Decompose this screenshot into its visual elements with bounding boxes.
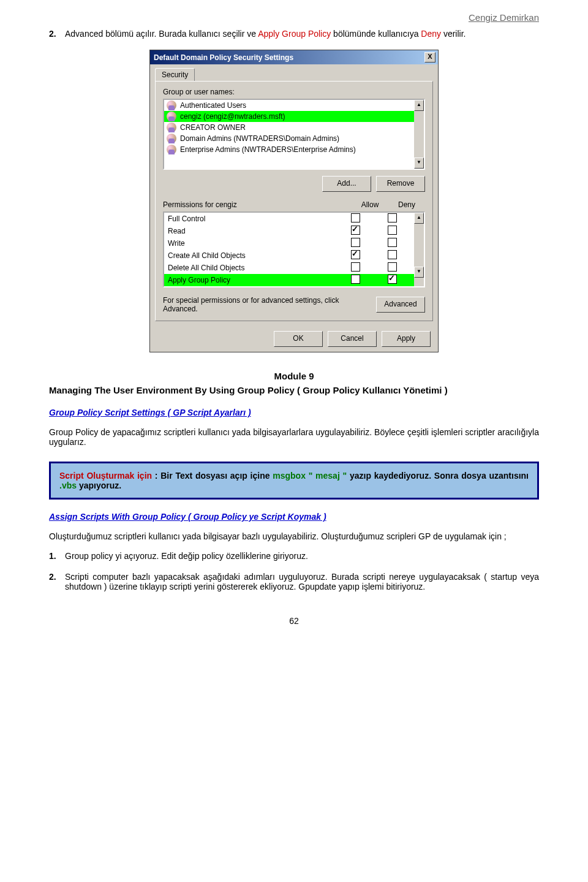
checkbox-allow[interactable]	[351, 250, 360, 259]
ok-button[interactable]: OK	[274, 331, 323, 347]
permissions-list: Full Control Read Write Create All Child…	[163, 211, 425, 287]
module-number: Module 9	[49, 371, 539, 381]
list-item[interactable]: Authenticated Users	[164, 100, 424, 111]
callout-t2: : Bir Text dosyası açıp içine	[152, 471, 273, 481]
user-icon	[167, 134, 176, 143]
callout-code: msgbox " mesaj "	[273, 471, 347, 481]
perm-header: Permissions for cengiz Allow Deny	[163, 200, 425, 209]
step-text: Group policy yi açıyoruz. Edit değip pol…	[65, 551, 539, 561]
intro-t1: Advanced bölümü açılır. Burada kullanıcı…	[65, 29, 258, 39]
perm-name: Read	[168, 227, 337, 235]
page-number: 62	[49, 616, 539, 626]
dialog-titlebar: Default Domain Policy Security Settings …	[150, 50, 438, 64]
security-dialog: Default Domain Policy Security Settings …	[149, 50, 439, 352]
tab-body: Group or user names: Authenticated Users…	[155, 81, 433, 321]
perm-row[interactable]: Write	[164, 237, 414, 249]
user-name: Domain Admins (NWTRADERS\Domain Admins)	[180, 134, 339, 143]
users-scrollbar[interactable]: ▲ ▼	[414, 100, 424, 169]
perm-name: Write	[168, 239, 337, 248]
col-deny: Deny	[388, 200, 425, 209]
close-icon[interactable]: X	[424, 52, 435, 63]
intro-body: Advanced bölümü açılır. Burada kullanıcı…	[65, 29, 539, 39]
intro-deny: Deny	[421, 29, 441, 39]
cancel-button[interactable]: Cancel	[328, 331, 377, 347]
perm-name: Delete All Child Objects	[168, 264, 337, 272]
advanced-button[interactable]: Advanced	[376, 297, 425, 313]
section-assign-scripts: Assign Scripts With Group Policy ( Group…	[49, 512, 539, 522]
callout-ext: .vbs	[59, 481, 77, 490]
add-button[interactable]: Add...	[322, 176, 371, 192]
para-scripts: Group Policy de yapacağımız scriptleri k…	[49, 427, 539, 447]
perm-name: Create All Child Objects	[168, 251, 337, 260]
user-name: Authenticated Users	[180, 101, 246, 110]
perm-name: Full Control	[168, 215, 337, 223]
perm-name: Apply Group Policy	[168, 276, 337, 284]
advanced-row: For special permissions or for advanced …	[163, 296, 425, 313]
callout-t6: yapıyoruz.	[77, 481, 121, 490]
col-allow: Allow	[352, 200, 388, 209]
list-item[interactable]: CREATOR OWNER	[164, 122, 424, 133]
section-script-settings: Group Policy Script Settings ( GP Script…	[49, 408, 539, 417]
user-icon	[167, 123, 176, 132]
para-assign: Oluşturduğumuz scriptleri kullanıcı yada…	[49, 531, 539, 541]
intro-t3: bölümünde kullanıcıya	[331, 29, 421, 39]
step-num: 1.	[49, 551, 65, 561]
perm-row[interactable]: Apply Group Policy	[164, 274, 414, 286]
list-item[interactable]: Domain Admins (NWTRADERS\Domain Admins)	[164, 133, 424, 144]
user-icon	[167, 112, 176, 121]
checkbox-allow[interactable]	[351, 226, 360, 235]
perm-row[interactable]: Full Control	[164, 213, 414, 225]
checkbox-allow[interactable]	[351, 238, 360, 247]
scroll-up-icon[interactable]: ▲	[414, 100, 424, 111]
perm-scrollbar[interactable]: ▲ ▼	[414, 213, 424, 286]
checkbox-deny[interactable]	[388, 226, 397, 235]
page-header-author: Cengiz Demirkan	[49, 12, 539, 23]
tab-row: Security	[150, 64, 438, 81]
user-name: CREATOR OWNER	[180, 123, 246, 132]
user-icon	[167, 145, 176, 154]
intro-item: 2. Advanced bölümü açılır. Burada kullan…	[49, 29, 539, 39]
perm-row[interactable]: Read	[164, 225, 414, 237]
module-title: Managing The User Environment By Using G…	[49, 385, 539, 395]
checkbox-deny[interactable]	[388, 275, 397, 284]
checkbox-allow[interactable]	[351, 275, 360, 284]
users-listbox[interactable]: Authenticated Users cengiz (cengiz@nwtra…	[163, 99, 425, 170]
step-num: 2.	[49, 572, 65, 591]
checkbox-deny[interactable]	[388, 213, 397, 222]
users-buttons: Add... Remove	[163, 176, 425, 192]
advanced-text: For special permissions or for advanced …	[163, 296, 370, 313]
step-1: 1. Group policy yi açıyoruz. Edit değip …	[49, 551, 539, 561]
callout-script: Script Oluşturmak için : Bir Text dosyas…	[49, 462, 539, 500]
user-name: Enterprise Admins (NWTRADERS\Enterprise …	[180, 145, 356, 154]
perm-row[interactable]: Delete All Child Objects	[164, 262, 414, 274]
intro-t5: verilir.	[443, 29, 466, 39]
checkbox-allow[interactable]	[351, 213, 360, 222]
list-item[interactable]: Enterprise Admins (NWTRADERS\Enterprise …	[164, 144, 424, 155]
perm-row[interactable]: Create All Child Objects	[164, 249, 414, 262]
perm-for-label: Permissions for cengiz	[163, 200, 352, 209]
checkbox-deny[interactable]	[388, 250, 397, 259]
step-text: Scripti computer bazlı yapacaksak aşağıd…	[65, 572, 539, 591]
scroll-up-icon[interactable]: ▲	[414, 213, 424, 224]
apply-button[interactable]: Apply	[382, 331, 431, 347]
remove-button[interactable]: Remove	[376, 176, 425, 192]
list-item[interactable]: cengiz (cengiz@nwtraders.msft)	[164, 111, 424, 122]
scroll-down-icon[interactable]: ▼	[414, 267, 424, 278]
dialog-title: Default Domain Policy Security Settings	[154, 53, 293, 62]
checkbox-deny[interactable]	[388, 238, 397, 247]
tab-security[interactable]: Security	[155, 68, 195, 81]
user-name: cengiz (cengiz@nwtraders.msft)	[180, 112, 285, 121]
checkbox-allow[interactable]	[351, 262, 360, 272]
scroll-down-icon[interactable]: ▼	[414, 158, 424, 169]
callout-title: Script Oluşturmak için	[59, 471, 152, 481]
checkbox-deny[interactable]	[388, 262, 397, 272]
step-2: 2. Scripti computer bazlı yapacaksak aşa…	[49, 572, 539, 591]
intro-num: 2.	[49, 29, 65, 39]
group-label: Group or user names:	[163, 88, 425, 96]
callout-t4: yazıp kaydediyoruz. Sonra dosya uzantısı…	[347, 471, 529, 481]
intro-apply: Apply Group Policy	[258, 29, 331, 39]
dialog-footer: OK Cancel Apply	[150, 326, 438, 352]
user-icon	[167, 101, 176, 110]
